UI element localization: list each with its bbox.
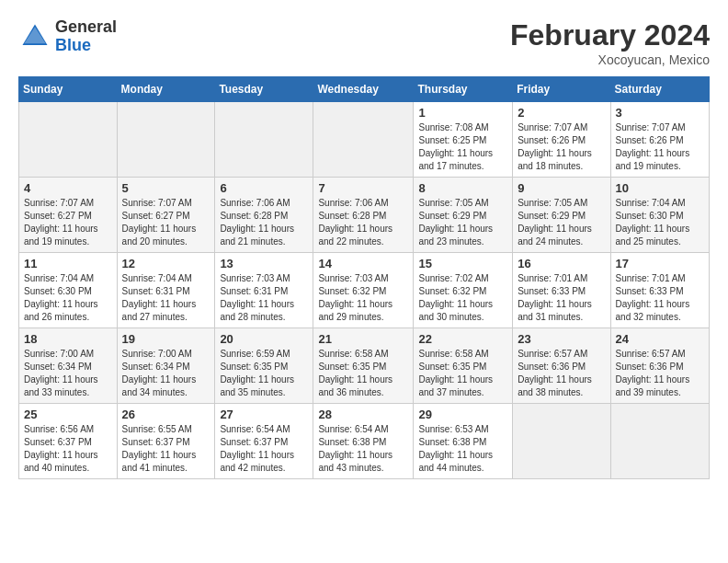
page-header: General Blue February 2024 Xocoyucan, Me… xyxy=(18,18,710,67)
day-info: Sunrise: 7:04 AM Sunset: 6:30 PM Dayligh… xyxy=(616,197,704,248)
day-cell: 23Sunrise: 6:57 AM Sunset: 6:36 PM Dayli… xyxy=(513,328,610,404)
calendar-table: SundayMondayTuesdayWednesdayThursdayFrid… xyxy=(18,76,710,479)
day-info: Sunrise: 7:08 AM Sunset: 6:25 PM Dayligh… xyxy=(418,121,507,173)
day-info: Sunrise: 7:03 AM Sunset: 6:32 PM Dayligh… xyxy=(318,272,408,324)
day-info: Sunrise: 6:59 AM Sunset: 6:35 PM Dayligh… xyxy=(220,348,308,399)
day-cell: 24Sunrise: 6:57 AM Sunset: 6:36 PM Dayli… xyxy=(610,328,709,404)
day-number: 16 xyxy=(518,257,605,270)
day-number: 2 xyxy=(518,106,605,120)
day-info: Sunrise: 7:01 AM Sunset: 6:33 PM Dayligh… xyxy=(616,272,704,324)
day-cell: 22Sunrise: 6:58 AM Sunset: 6:35 PM Dayli… xyxy=(414,328,513,404)
header-sunday: Sunday xyxy=(19,77,118,102)
day-info: Sunrise: 7:06 AM Sunset: 6:28 PM Dayligh… xyxy=(318,197,408,248)
day-cell xyxy=(313,102,414,178)
week-row-0: 1Sunrise: 7:08 AM Sunset: 6:25 PM Daylig… xyxy=(19,102,710,178)
day-number: 23 xyxy=(518,332,605,346)
day-number: 1 xyxy=(418,106,507,120)
title-block: February 2024 Xocoyucan, Mexico xyxy=(510,18,710,67)
day-info: Sunrise: 7:00 AM Sunset: 6:34 PM Dayligh… xyxy=(24,348,112,399)
day-info: Sunrise: 6:55 AM Sunset: 6:37 PM Dayligh… xyxy=(122,423,210,475)
day-cell: 19Sunrise: 7:00 AM Sunset: 6:34 PM Dayli… xyxy=(117,328,215,404)
day-number: 21 xyxy=(318,332,408,346)
month-title: February 2024 xyxy=(510,18,710,52)
day-number: 15 xyxy=(418,257,507,270)
day-cell: 7Sunrise: 7:06 AM Sunset: 6:28 PM Daylig… xyxy=(313,178,414,253)
day-number: 9 xyxy=(518,181,605,195)
day-cell: 13Sunrise: 7:03 AM Sunset: 6:31 PM Dayli… xyxy=(215,253,313,328)
day-number: 6 xyxy=(220,181,308,195)
day-info: Sunrise: 6:54 AM Sunset: 6:38 PM Dayligh… xyxy=(318,423,408,475)
day-cell xyxy=(610,404,709,479)
day-number: 12 xyxy=(122,257,210,270)
day-cell: 5Sunrise: 7:07 AM Sunset: 6:27 PM Daylig… xyxy=(117,178,215,253)
location: Xocoyucan, Mexico xyxy=(510,52,710,67)
day-number: 26 xyxy=(122,408,210,421)
day-info: Sunrise: 6:53 AM Sunset: 6:38 PM Dayligh… xyxy=(418,423,507,475)
day-number: 13 xyxy=(220,257,308,270)
day-info: Sunrise: 6:57 AM Sunset: 6:36 PM Dayligh… xyxy=(616,348,704,399)
day-number: 5 xyxy=(122,181,210,195)
day-number: 19 xyxy=(122,332,210,346)
day-cell: 18Sunrise: 7:00 AM Sunset: 6:34 PM Dayli… xyxy=(19,328,118,404)
day-number: 17 xyxy=(616,257,704,270)
day-info: Sunrise: 7:03 AM Sunset: 6:31 PM Dayligh… xyxy=(220,272,308,324)
day-number: 28 xyxy=(318,408,408,421)
logo-text: General Blue xyxy=(55,18,117,55)
day-number: 8 xyxy=(418,181,507,195)
day-info: Sunrise: 7:07 AM Sunset: 6:27 PM Dayligh… xyxy=(24,197,112,248)
header-saturday: Saturday xyxy=(610,77,709,102)
day-cell: 14Sunrise: 7:03 AM Sunset: 6:32 PM Dayli… xyxy=(313,253,414,328)
day-cell: 27Sunrise: 6:54 AM Sunset: 6:37 PM Dayli… xyxy=(215,404,313,479)
day-cell: 9Sunrise: 7:05 AM Sunset: 6:29 PM Daylig… xyxy=(513,178,610,253)
day-cell: 3Sunrise: 7:07 AM Sunset: 6:26 PM Daylig… xyxy=(610,102,709,178)
header-tuesday: Tuesday xyxy=(215,77,313,102)
day-number: 24 xyxy=(616,332,704,346)
day-cell: 16Sunrise: 7:01 AM Sunset: 6:33 PM Dayli… xyxy=(513,253,610,328)
day-number: 3 xyxy=(616,106,704,120)
day-number: 14 xyxy=(318,257,408,270)
day-number: 29 xyxy=(418,408,507,421)
day-cell: 21Sunrise: 6:58 AM Sunset: 6:35 PM Dayli… xyxy=(313,328,414,404)
day-cell xyxy=(513,404,610,479)
day-number: 11 xyxy=(24,257,112,270)
day-info: Sunrise: 7:02 AM Sunset: 6:32 PM Dayligh… xyxy=(418,272,507,324)
day-number: 10 xyxy=(616,181,704,195)
day-info: Sunrise: 7:05 AM Sunset: 6:29 PM Dayligh… xyxy=(518,197,605,248)
header-friday: Friday xyxy=(513,77,610,102)
day-cell: 2Sunrise: 7:07 AM Sunset: 6:26 PM Daylig… xyxy=(513,102,610,178)
day-cell: 12Sunrise: 7:04 AM Sunset: 6:31 PM Dayli… xyxy=(117,253,215,328)
header-wednesday: Wednesday xyxy=(313,77,414,102)
day-number: 4 xyxy=(24,181,112,195)
day-number: 20 xyxy=(220,332,308,346)
day-info: Sunrise: 7:06 AM Sunset: 6:28 PM Dayligh… xyxy=(220,197,308,248)
day-info: Sunrise: 6:58 AM Sunset: 6:35 PM Dayligh… xyxy=(418,348,507,399)
day-number: 7 xyxy=(318,181,408,195)
day-info: Sunrise: 6:57 AM Sunset: 6:36 PM Dayligh… xyxy=(518,348,605,399)
day-cell: 26Sunrise: 6:55 AM Sunset: 6:37 PM Dayli… xyxy=(117,404,215,479)
day-cell: 25Sunrise: 6:56 AM Sunset: 6:37 PM Dayli… xyxy=(19,404,118,479)
header-row: SundayMondayTuesdayWednesdayThursdayFrid… xyxy=(19,77,710,102)
day-number: 27 xyxy=(220,408,308,421)
day-cell xyxy=(117,102,215,178)
day-info: Sunrise: 7:07 AM Sunset: 6:26 PM Dayligh… xyxy=(616,121,704,173)
day-cell: 4Sunrise: 7:07 AM Sunset: 6:27 PM Daylig… xyxy=(19,178,118,253)
day-number: 25 xyxy=(24,408,112,421)
day-info: Sunrise: 7:04 AM Sunset: 6:30 PM Dayligh… xyxy=(24,272,112,324)
day-cell: 6Sunrise: 7:06 AM Sunset: 6:28 PM Daylig… xyxy=(215,178,313,253)
day-cell: 20Sunrise: 6:59 AM Sunset: 6:35 PM Dayli… xyxy=(215,328,313,404)
svg-marker-1 xyxy=(24,27,45,43)
day-cell: 15Sunrise: 7:02 AM Sunset: 6:32 PM Dayli… xyxy=(414,253,513,328)
week-row-2: 11Sunrise: 7:04 AM Sunset: 6:30 PM Dayli… xyxy=(19,253,710,328)
header-monday: Monday xyxy=(117,77,215,102)
header-thursday: Thursday xyxy=(414,77,513,102)
day-cell: 1Sunrise: 7:08 AM Sunset: 6:25 PM Daylig… xyxy=(414,102,513,178)
week-row-1: 4Sunrise: 7:07 AM Sunset: 6:27 PM Daylig… xyxy=(19,178,710,253)
week-row-3: 18Sunrise: 7:00 AM Sunset: 6:34 PM Dayli… xyxy=(19,328,710,404)
day-info: Sunrise: 6:58 AM Sunset: 6:35 PM Dayligh… xyxy=(318,348,408,399)
logo-icon xyxy=(18,20,51,53)
day-info: Sunrise: 6:56 AM Sunset: 6:37 PM Dayligh… xyxy=(24,423,112,475)
day-info: Sunrise: 7:05 AM Sunset: 6:29 PM Dayligh… xyxy=(418,197,507,248)
week-row-4: 25Sunrise: 6:56 AM Sunset: 6:37 PM Dayli… xyxy=(19,404,710,479)
day-info: Sunrise: 7:07 AM Sunset: 6:27 PM Dayligh… xyxy=(122,197,210,248)
day-cell xyxy=(19,102,118,178)
